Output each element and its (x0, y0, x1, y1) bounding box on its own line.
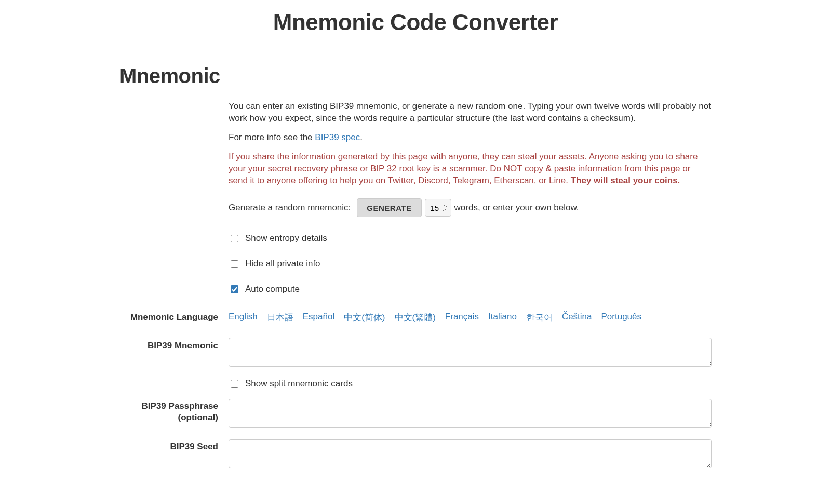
generate-trail-text: words, or enter your own below. (454, 202, 579, 213)
bip39-spec-link[interactable]: BIP39 spec (315, 132, 360, 142)
hide-private-label[interactable]: Hide all private info (245, 258, 320, 269)
language-link[interactable]: Español (303, 311, 334, 323)
intro-para2-suffix: . (360, 132, 363, 142)
language-link[interactable]: 中文(简体) (344, 311, 385, 323)
bip39-passphrase-input[interactable] (229, 399, 712, 428)
show-entropy-checkbox[interactable] (231, 235, 238, 242)
page-title: Mnemonic Code Converter (119, 9, 712, 35)
bip39-mnemonic-input[interactable] (229, 338, 712, 367)
generate-row: Generate a random mnemonic: GENERATE 15 … (229, 198, 712, 217)
language-link[interactable]: 中文(繁體) (395, 311, 436, 323)
language-link[interactable]: English (229, 311, 258, 323)
warning-bold: They will steal your coins. (571, 175, 680, 185)
word-count-select[interactable]: 15 (425, 199, 451, 217)
hide-private-row: Hide all private info (229, 258, 712, 269)
language-link[interactable]: Français (445, 311, 479, 323)
intro-para2-prefix: For more info see the (229, 132, 315, 142)
show-split-checkbox[interactable] (231, 380, 238, 388)
auto-compute-label[interactable]: Auto compute (245, 284, 300, 294)
section-heading: Mnemonic (119, 64, 712, 88)
language-link[interactable]: Italiano (488, 311, 517, 323)
intro-paragraph-1: You can enter an existing BIP39 mnemonic… (229, 101, 712, 125)
hide-private-checkbox[interactable] (231, 260, 238, 268)
show-entropy-row: Show entropy details (229, 233, 712, 244)
language-link[interactable]: 한국어 (526, 311, 553, 323)
warning-paragraph: If you share the information generated b… (229, 151, 712, 187)
auto-compute-checkbox[interactable] (231, 285, 238, 293)
intro-paragraph-2: For more info see the BIP39 spec. (229, 132, 712, 144)
generate-lead-text: Generate a random mnemonic: (229, 202, 351, 213)
word-count-select-wrap: 15 (425, 199, 451, 217)
language-link[interactable]: 日本語 (267, 311, 293, 323)
show-entropy-label[interactable]: Show entropy details (245, 233, 327, 243)
language-link[interactable]: Čeština (562, 311, 592, 323)
auto-compute-row: Auto compute (229, 284, 712, 295)
bip39-passphrase-label-line1: BIP39 Passphrase (142, 401, 218, 411)
bip39-seed-label: BIP39 Seed (119, 439, 229, 470)
divider (119, 46, 712, 46)
bip39-passphrase-label: BIP39 Passphrase (optional) (119, 399, 229, 430)
generate-button[interactable]: GENERATE (357, 198, 421, 217)
language-link[interactable]: Português (601, 311, 642, 323)
language-list: English日本語Español中文(简体)中文(繁體)FrançaisIta… (229, 311, 712, 323)
bip39-passphrase-label-line2: (optional) (178, 413, 218, 423)
mnemonic-language-label: Mnemonic Language (119, 309, 229, 338)
bip39-seed-input[interactable] (229, 439, 712, 468)
show-split-row: Show split mnemonic cards (229, 378, 712, 389)
bip39-mnemonic-label: BIP39 Mnemonic (119, 338, 229, 369)
show-split-label[interactable]: Show split mnemonic cards (245, 378, 353, 389)
